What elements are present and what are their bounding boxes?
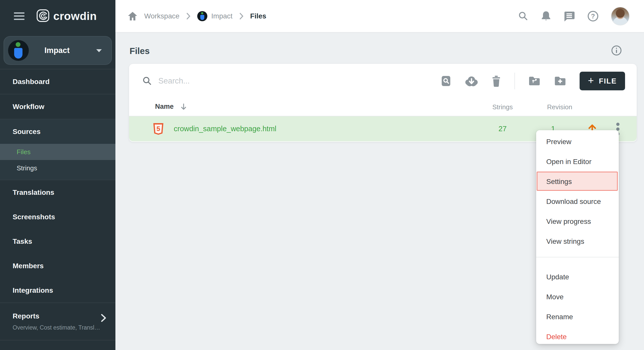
menu-item-preview[interactable]: Preview xyxy=(536,132,619,152)
sidebar-item-files[interactable]: Files xyxy=(0,144,115,160)
file-name-cell: 5 crowdin_sample_webpage.html xyxy=(153,116,276,141)
crowdin-logo-icon xyxy=(36,9,50,23)
column-header-strings[interactable]: Strings xyxy=(481,103,524,111)
top-header: Workspace Impact Files ? xyxy=(115,0,644,32)
menu-divider xyxy=(536,257,619,257)
table-header: Name Strings Revision xyxy=(129,98,637,116)
menu-item-view-progress[interactable]: View progress xyxy=(536,211,619,231)
breadcrumb-workspace[interactable]: Workspace xyxy=(144,12,180,20)
breadcrumb-current-page: Files xyxy=(250,12,266,20)
preview-file-icon[interactable] xyxy=(440,75,452,87)
file-context-menu: Preview Open in Editor Settings Download… xyxy=(536,130,619,344)
crowdin-logo-text: crowdin xyxy=(53,10,97,22)
project-name: Impact xyxy=(44,46,70,55)
files-toolbar: + FILE xyxy=(129,64,637,98)
sidebar-item-dashboard[interactable]: Dashboard xyxy=(0,69,115,94)
column-header-revision[interactable]: Revision xyxy=(538,103,581,111)
user-avatar[interactable] xyxy=(611,7,630,25)
header-actions: ? xyxy=(517,7,630,25)
toolbar-divider xyxy=(514,73,515,89)
sidebar-item-reports[interactable]: Reports Overview, Cost estimate, Transl… xyxy=(0,303,115,340)
reports-subtitle: Overview, Cost estimate, Transl… xyxy=(13,324,115,331)
project-logo-small xyxy=(197,11,207,21)
sidebar-item-translations[interactable]: Translations xyxy=(0,180,115,205)
menu-item-move[interactable]: Move xyxy=(536,287,619,307)
toolbar-actions: + FILE xyxy=(440,72,625,90)
sidebar-group-sources: Sources Files Strings xyxy=(0,119,115,180)
sidebar: crowdin Impact Dashboard Workflow Source… xyxy=(0,0,115,350)
menu-item-rename[interactable]: Rename xyxy=(536,307,619,327)
notifications-bell-icon[interactable] xyxy=(541,10,551,22)
search-icon xyxy=(142,76,152,86)
html5-file-icon: 5 xyxy=(153,123,164,135)
delete-trash-icon[interactable] xyxy=(491,75,501,87)
chevron-right-icon xyxy=(186,13,191,20)
chevron-right-icon xyxy=(100,313,107,324)
crowdin-app: crowdin Impact Dashboard Workflow Source… xyxy=(0,0,644,350)
sidebar-nav: Dashboard Workflow Sources Files Strings… xyxy=(0,69,115,340)
page-title: Files xyxy=(130,46,150,56)
breadcrumb: Workspace Impact Files xyxy=(128,11,266,21)
menu-item-update[interactable]: Update xyxy=(536,267,619,287)
search-icon[interactable] xyxy=(517,11,529,22)
svg-text:5: 5 xyxy=(157,125,160,132)
sidebar-item-sources[interactable]: Sources xyxy=(0,119,115,144)
sidebar-item-tasks[interactable]: Tasks xyxy=(0,229,115,254)
file-strings-count: 27 xyxy=(481,125,524,133)
project-selector[interactable]: Impact xyxy=(4,36,112,65)
hamburger-menu-icon[interactable] xyxy=(14,12,24,20)
plus-icon: + xyxy=(588,75,594,86)
search-input[interactable] xyxy=(158,76,335,86)
menu-item-download-source[interactable]: Download source xyxy=(536,192,619,211)
download-all-icon[interactable] xyxy=(465,75,478,87)
divider xyxy=(0,340,115,340)
sort-desc-icon xyxy=(180,103,187,110)
project-logo xyxy=(8,40,29,61)
breadcrumb-home[interactable] xyxy=(128,11,138,21)
file-name[interactable]: crowdin_sample_webpage.html xyxy=(174,125,276,133)
messages-chat-icon[interactable] xyxy=(563,11,575,22)
menu-item-open-in-editor[interactable]: Open in Editor xyxy=(536,152,619,172)
svg-text:?: ? xyxy=(591,12,595,20)
sidebar-item-members[interactable]: Members xyxy=(0,254,115,278)
chevron-right-icon xyxy=(239,13,244,20)
sidebar-item-workflow[interactable]: Workflow xyxy=(0,94,115,119)
sidebar-item-integrations[interactable]: Integrations xyxy=(0,278,115,303)
breadcrumb-project[interactable]: Impact xyxy=(197,11,233,21)
sidebar-top: crowdin xyxy=(0,0,115,32)
menu-item-view-strings[interactable]: View strings xyxy=(536,231,619,251)
chevron-down-icon xyxy=(96,49,102,52)
menu-item-settings[interactable]: Settings xyxy=(536,172,619,192)
sidebar-item-screenshots[interactable]: Screenshots xyxy=(0,205,115,229)
crowdin-logo[interactable]: crowdin xyxy=(36,9,97,23)
menu-item-delete[interactable]: Delete xyxy=(536,327,619,347)
add-folder-icon[interactable] xyxy=(554,76,566,86)
sidebar-item-strings[interactable]: Strings xyxy=(0,160,115,176)
info-icon[interactable] xyxy=(611,45,622,57)
search-bar xyxy=(142,76,440,86)
help-icon[interactable]: ? xyxy=(587,10,599,22)
branch-folder-icon[interactable] xyxy=(528,76,541,86)
home-icon xyxy=(128,11,138,21)
add-file-button[interactable]: + FILE xyxy=(580,72,625,90)
column-header-name[interactable]: Name xyxy=(155,103,187,111)
